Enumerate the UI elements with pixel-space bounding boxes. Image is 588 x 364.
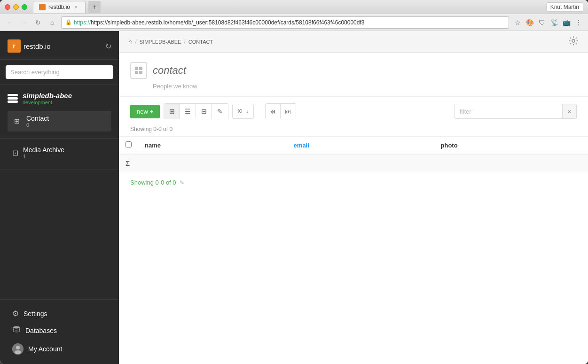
browser-titlebar: restdb.io × + Knut Martin	[0, 0, 588, 14]
filter-input[interactable]	[455, 104, 562, 118]
refresh-button[interactable]: ↻	[105, 42, 111, 51]
reload-button[interactable]: ↻	[33, 17, 43, 28]
address-bar[interactable]: 🔒 https://https://simpledb-abee.restdb.i…	[61, 16, 509, 29]
databases-icon	[12, 325, 21, 336]
maximize-button[interactable]	[22, 4, 27, 10]
databases-label: Databases	[25, 327, 57, 334]
pagination-nav-group: ⏮ ⏭	[265, 103, 296, 119]
back-button[interactable]: ←	[5, 17, 15, 28]
search-input[interactable]	[6, 65, 113, 79]
bookmark-icon[interactable]: ☆	[513, 18, 522, 27]
contact-collection-icon: ⊞	[12, 116, 22, 126]
contact-collection-name: Contact	[26, 115, 49, 122]
photo-column-header: photo	[434, 137, 588, 155]
breadcrumb-current: CONTACT	[188, 39, 213, 45]
main-content: ⌂ / SIMPLEDB-ABEE / CONTACT	[119, 31, 588, 364]
sidebar-bottom: ⚙ Settings Databases	[0, 299, 119, 364]
cast-icon[interactable]: 📺	[562, 18, 571, 27]
traffic-lights	[5, 4, 27, 10]
logo-text: restdb.io	[24, 42, 51, 50]
my-account-label: My Account	[28, 345, 62, 353]
sidebar-item-settings[interactable]: ⚙ Settings	[8, 305, 111, 322]
showing-edit-icon[interactable]: ✎	[180, 179, 184, 186]
menu-icon[interactable]: ⋮	[574, 18, 583, 27]
minimize-button[interactable]	[13, 4, 19, 10]
svg-point-4	[572, 39, 575, 42]
settings-label: Settings	[24, 310, 47, 318]
table-header-row: name email photo	[119, 137, 588, 155]
browser-tabs: restdb.io × +	[33, 1, 546, 13]
db-stack-icon	[8, 94, 18, 103]
svg-rect-6	[139, 67, 142, 70]
svg-rect-7	[135, 71, 138, 74]
collection-title-row: contact	[130, 62, 577, 79]
tab-favicon	[39, 4, 46, 10]
breadcrumb-db-link[interactable]: SIMPLEDB-ABEE	[140, 39, 181, 45]
lock-icon: 🔒	[65, 19, 72, 25]
sidebar-db-section: simpledb-abee development ⊞ Contact 0	[0, 85, 119, 139]
showing-text-top: Showing 0-0 of 0	[119, 124, 588, 136]
sidebar: r restdb.io ↻ simpledb-abee development	[0, 31, 119, 364]
view-toggle-group: ⊞ ☰ ⊟ ✎	[164, 103, 228, 119]
settings-icon: ⚙	[12, 309, 19, 318]
avatar	[12, 343, 24, 355]
card-view-button[interactable]: ⊟	[196, 104, 212, 119]
last-page-button[interactable]: ⏭	[281, 104, 296, 119]
shield-icon[interactable]: 🛡	[537, 18, 547, 27]
breadcrumb-sep1: /	[135, 39, 136, 45]
filter-input-wrapper: ×	[455, 104, 577, 119]
contact-collection-count: 0	[26, 122, 49, 128]
breadcrumb-left: ⌂ / SIMPLEDB-ABEE / CONTACT	[128, 38, 213, 46]
collection-description: People we know	[130, 83, 577, 90]
email-column-header: email	[287, 137, 434, 155]
new-record-button[interactable]: new +	[130, 105, 160, 118]
tab-label: restdb.io	[48, 4, 70, 10]
svg-point-0	[13, 326, 20, 329]
sidebar-header: r restdb.io ↻	[0, 31, 119, 60]
close-button[interactable]	[5, 4, 10, 10]
url-text: https://https://simpledb-abee.restdb.io/…	[74, 19, 364, 26]
media-archive-name: Media Archive	[23, 146, 64, 154]
tab-close-button[interactable]: ×	[73, 4, 79, 10]
collection-type-icon	[130, 62, 147, 79]
collection-toolbar: new + ⊞ ☰ ⊟ ✎ XL ↓ ⏮ ⏭	[119, 97, 588, 124]
select-all-header	[119, 137, 138, 155]
table-header: name email photo	[119, 137, 588, 155]
new-tab-button[interactable]: +	[88, 1, 101, 13]
breadcrumb-gear-icon[interactable]	[568, 36, 579, 47]
sigma-cell: Σ	[119, 154, 588, 172]
sidebar-media-section: ⊡ Media Archive 1	[0, 139, 119, 170]
filter-clear-button[interactable]: ×	[562, 104, 576, 118]
showing-bottom-link[interactable]: Showing 0-0 of 0	[130, 179, 176, 186]
db-name-block: simpledb-abee development	[23, 92, 72, 105]
data-table: name email photo Σ	[119, 136, 588, 172]
media-archive-icon: ⊡	[12, 148, 18, 157]
sidebar-item-databases[interactable]: Databases	[8, 322, 111, 340]
sidebar-item-media-archive[interactable]: ⊡ Media Archive 1	[8, 142, 111, 163]
active-tab[interactable]: restdb.io ×	[33, 1, 86, 13]
browser-toolbar-icons: ☆ 🎨 🛡 📡 📺 ⋮	[513, 18, 583, 27]
sigma-row: Σ	[119, 154, 588, 172]
sidebar-item-my-account[interactable]: My Account	[8, 340, 111, 358]
media-archive-count: 1	[23, 154, 64, 159]
sidebar-item-contact[interactable]: ⊞ Contact 0	[8, 111, 111, 132]
first-page-button[interactable]: ⏮	[266, 104, 281, 119]
list-view-button[interactable]: ☰	[180, 104, 196, 119]
edit-view-button[interactable]: ✎	[212, 104, 228, 119]
forward-button[interactable]: →	[19, 17, 29, 28]
svg-point-2	[16, 346, 20, 349]
rss-icon[interactable]: 📡	[549, 18, 559, 27]
breadcrumb-home-icon[interactable]: ⌂	[128, 38, 132, 46]
app-container: r restdb.io ↻ simpledb-abee development	[0, 31, 588, 364]
table-body: Σ	[119, 154, 588, 172]
browser-user-label: Knut Martin	[546, 2, 583, 12]
sidebar-search	[0, 60, 119, 85]
db-badge: development	[23, 100, 72, 105]
db-name: simpledb-abee	[23, 92, 72, 100]
extensions-icon[interactable]: 🎨	[525, 18, 534, 27]
grid-view-button[interactable]: ⊞	[164, 104, 180, 119]
home-button[interactable]: ⌂	[47, 17, 57, 28]
browser-addressbar: ← → ↻ ⌂ 🔒 https://https://simpledb-abee.…	[0, 14, 588, 31]
xl-export-button[interactable]: XL ↓	[232, 104, 254, 119]
select-all-checkbox[interactable]	[125, 141, 132, 147]
